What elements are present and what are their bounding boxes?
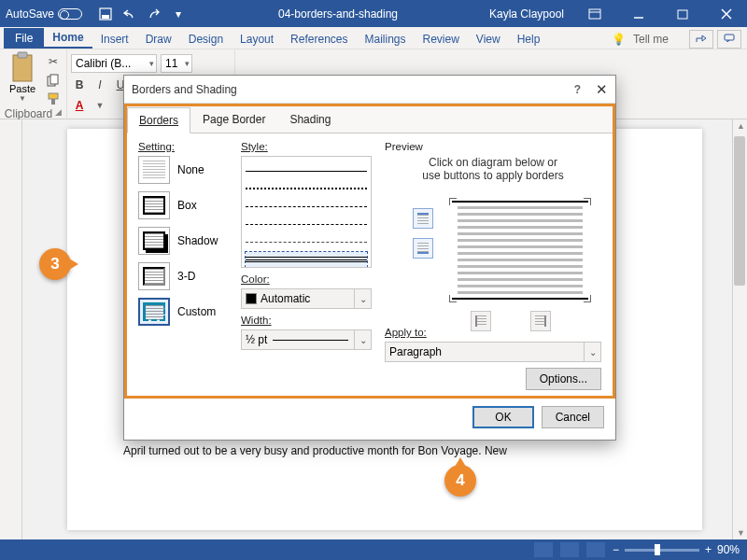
style-column: Style: Color: Automatic ⌄ xyxy=(241,141,372,390)
setting-box[interactable]: Box xyxy=(138,191,228,219)
dlg-tab-shading[interactable]: Shading xyxy=(277,106,343,133)
setting-label: Setting: xyxy=(138,141,228,152)
scroll-down-icon[interactable]: ▼ xyxy=(737,528,745,538)
italic-button[interactable]: I xyxy=(92,77,108,93)
status-bar: − + 90% xyxy=(0,539,747,560)
tab-help[interactable]: Help xyxy=(509,30,549,49)
dlg-tab-borders[interactable]: Borders xyxy=(127,107,190,133)
options-button[interactable]: Options... xyxy=(526,368,601,390)
width-dropdown[interactable]: ½ pt ⌄ xyxy=(241,329,372,350)
dialog-tabs: Borders Page Border Shading xyxy=(127,106,613,133)
zoom-value[interactable]: 90% xyxy=(717,543,740,556)
undo-icon[interactable] xyxy=(121,6,138,22)
applyto-label: Apply to: xyxy=(385,327,601,338)
minimize-icon[interactable] xyxy=(617,0,659,27)
svg-rect-10 xyxy=(18,52,27,58)
view-web-icon[interactable] xyxy=(586,542,605,557)
view-read-icon[interactable] xyxy=(534,542,553,557)
dialog-help-icon[interactable]: ? xyxy=(574,83,581,96)
maximize-icon[interactable] xyxy=(661,0,703,27)
dlg-tab-pageborder[interactable]: Page Border xyxy=(190,106,277,133)
word-window: AutoSave ▾ 04-borders-and-shading Kayla … xyxy=(0,0,747,560)
style-dashed[interactable] xyxy=(246,217,367,231)
zoom-in-icon[interactable]: + xyxy=(705,543,712,556)
redo-icon[interactable] xyxy=(146,6,162,22)
border-top-toggle[interactable] xyxy=(413,208,433,229)
zoom-out-icon[interactable]: − xyxy=(613,543,619,556)
dialog-close-icon[interactable]: ✕ xyxy=(596,81,608,98)
style-dashed-fine[interactable] xyxy=(246,199,367,214)
tab-design[interactable]: Design xyxy=(180,30,232,49)
preview-area xyxy=(385,189,601,325)
style-triple-selected[interactable] xyxy=(246,252,367,267)
ok-button[interactable]: OK xyxy=(472,406,533,428)
paste-button[interactable]: Paste ▼ xyxy=(4,51,41,103)
ribbon-tabs: File Home Insert Draw Design Layout Refe… xyxy=(0,27,747,49)
comments-button[interactable] xyxy=(717,30,741,49)
font-color-button[interactable]: A xyxy=(71,97,88,114)
scroll-up-icon[interactable]: ▲ xyxy=(737,121,745,131)
zoom-slider[interactable]: − + 90% xyxy=(613,543,740,556)
svg-rect-2 xyxy=(589,9,600,19)
tab-home[interactable]: Home xyxy=(44,28,92,49)
vertical-ruler xyxy=(0,119,22,539)
tab-draw[interactable]: Draw xyxy=(137,30,180,49)
setting-shadow[interactable]: Shadow xyxy=(138,227,228,255)
border-left-toggle[interactable] xyxy=(471,311,491,331)
autosave-toggle[interactable]: AutoSave xyxy=(6,7,82,21)
style-dotted[interactable] xyxy=(246,181,367,196)
tab-view[interactable]: View xyxy=(468,30,509,49)
vertical-scrollbar[interactable]: ▲ ▼ xyxy=(732,119,747,539)
tab-references[interactable]: References xyxy=(282,30,356,49)
chevron-down-icon: ⌄ xyxy=(584,343,597,361)
style-dashed-long[interactable] xyxy=(246,234,367,249)
tell-me-search[interactable]: Tell me xyxy=(633,33,669,46)
bold-button[interactable]: B xyxy=(71,77,88,93)
svg-rect-1 xyxy=(102,15,109,19)
tab-insert[interactable]: Insert xyxy=(92,30,137,49)
callout-4: 4 xyxy=(444,465,476,497)
setting-custom[interactable]: Custom xyxy=(138,298,228,326)
preview-hint-2: use buttons to apply borders xyxy=(422,169,563,182)
border-right-toggle[interactable] xyxy=(530,311,551,331)
setting-3d[interactable]: 3-D xyxy=(138,262,228,290)
style-label: Style: xyxy=(241,141,372,152)
color-dropdown[interactable]: Automatic ⌄ xyxy=(241,288,372,309)
dialog-titlebar[interactable]: Borders and Shading ? ✕ xyxy=(124,76,615,104)
tab-file[interactable]: File xyxy=(4,28,44,49)
copy-icon[interactable] xyxy=(45,72,62,89)
font-name-select[interactable]: Calibri (B... xyxy=(71,54,157,73)
tab-mailings[interactable]: Mailings xyxy=(356,30,414,49)
preview-diagram[interactable] xyxy=(450,199,590,301)
user-name[interactable]: Kayla Claypool xyxy=(489,7,564,21)
view-print-icon[interactable] xyxy=(560,542,579,557)
border-bottom-toggle[interactable] xyxy=(413,238,433,259)
clipboard-launcher-icon[interactable]: ◢ xyxy=(55,107,62,120)
svg-rect-9 xyxy=(13,55,32,81)
document-title: 04-borders-and-shading xyxy=(187,7,489,21)
tab-review[interactable]: Review xyxy=(415,30,468,49)
ribbon-display-icon[interactable] xyxy=(573,0,615,27)
save-icon[interactable] xyxy=(97,6,114,22)
format-painter-icon[interactable] xyxy=(45,91,62,107)
applyto-dropdown[interactable]: Paragraph ⌄ xyxy=(385,342,601,362)
qat-customize-icon[interactable]: ▾ xyxy=(170,6,187,22)
font-color-more-icon[interactable]: ▼ xyxy=(92,97,108,114)
quick-access-toolbar: ▾ xyxy=(97,6,187,22)
preview-column: Preview Click on diagram below or use bu… xyxy=(385,141,601,390)
chevron-down-icon: ⌄ xyxy=(354,330,367,349)
titlebar: AutoSave ▾ 04-borders-and-shading Kayla … xyxy=(0,0,747,27)
svg-rect-8 xyxy=(725,35,734,40)
style-solid[interactable] xyxy=(246,163,367,178)
font-size-select[interactable]: 11 xyxy=(161,54,192,73)
tab-layout[interactable]: Layout xyxy=(232,30,282,49)
share-button[interactable] xyxy=(689,30,713,49)
preview-label: Preview xyxy=(385,141,601,152)
cancel-button[interactable]: Cancel xyxy=(542,406,604,428)
close-icon[interactable] xyxy=(705,0,747,27)
setting-none[interactable]: None xyxy=(138,156,228,184)
lightbulb-icon: 💡 xyxy=(609,31,629,48)
cut-icon[interactable]: ✂ xyxy=(45,53,62,70)
scroll-thumb[interactable] xyxy=(734,136,745,286)
style-listbox[interactable] xyxy=(241,156,372,268)
